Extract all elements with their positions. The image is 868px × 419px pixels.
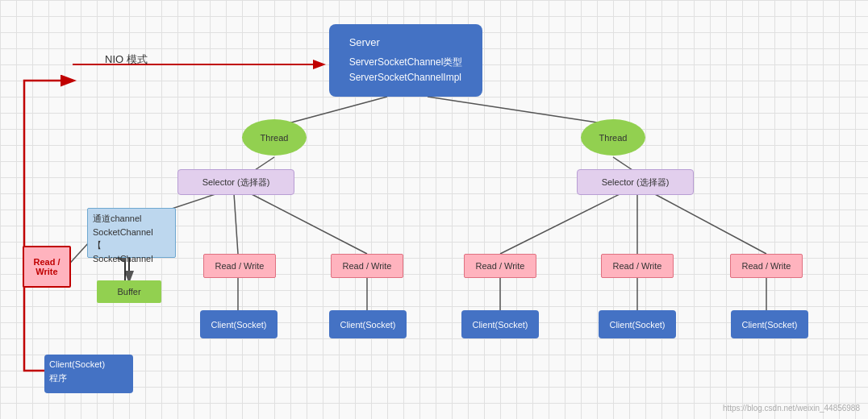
svg-line-1 — [282, 97, 387, 125]
rw-box-5: Read / Write — [730, 254, 803, 278]
watermark: https://blog.csdn.net/weixin_44856988 — [723, 404, 860, 413]
client-box-1: Client(Socket) — [200, 310, 278, 338]
selector1-box: Selector (选择器) — [177, 169, 294, 195]
client-bottom-line1: Client(Socket) — [49, 358, 128, 371]
buffer-box: Buffer — [97, 280, 161, 303]
rw-box-1: Read / Write — [203, 254, 276, 278]
rw-box-2: Read / Write — [331, 254, 403, 278]
svg-line-7 — [250, 193, 367, 254]
channel-line4: SocketChannel — [93, 252, 170, 266]
svg-line-2 — [428, 97, 613, 125]
server-line1: ServerSocketChannel类型 — [349, 55, 463, 70]
client-box-3: Client(Socket) — [461, 310, 539, 338]
client-bottom-box: Client(Socket) 程序 — [44, 355, 133, 393]
channel-line1: 通道channel — [93, 212, 170, 226]
selector2-box: Selector (选择器) — [577, 169, 694, 195]
diagram: NIO 模式 Server ServerSocketChannel类型 Serv… — [0, 0, 868, 419]
rw-box-4: Read / Write — [601, 254, 674, 278]
server-title: Server — [349, 35, 463, 52]
svg-line-10 — [653, 193, 766, 254]
svg-line-8 — [500, 193, 621, 254]
channel-line3: 【 — [93, 239, 170, 252]
channel-line2: SocketChannel — [93, 226, 170, 239]
server-line2: ServerSocketChannelImpl — [349, 70, 463, 85]
svg-line-6 — [234, 193, 238, 254]
rw-left-box: Read / Write — [23, 246, 71, 288]
client-box-2: Client(Socket) — [329, 310, 407, 338]
rw-box-3: Read / Write — [464, 254, 536, 278]
server-box: Server ServerSocketChannel类型 ServerSocke… — [329, 24, 482, 97]
client-box-4: Client(Socket) — [599, 310, 676, 338]
client-box-5: Client(Socket) — [731, 310, 808, 338]
thread2-oval: Thread — [581, 119, 645, 156]
client-bottom-line2: 程序 — [49, 371, 128, 385]
nio-label: NIO 模式 — [105, 52, 148, 67]
channel-box: 通道channel SocketChannel 【 SocketChannel — [87, 208, 176, 258]
thread1-oval: Thread — [242, 119, 307, 156]
